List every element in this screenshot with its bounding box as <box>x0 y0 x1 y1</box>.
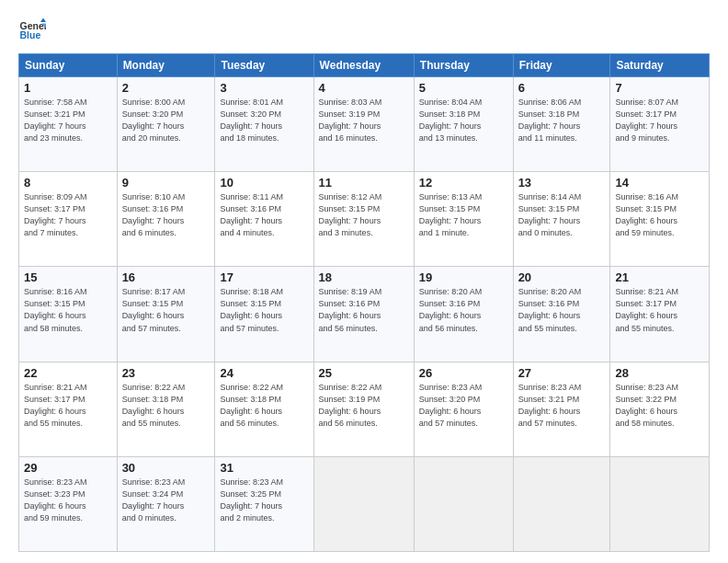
calendar-cell: 4Sunrise: 8:03 AM Sunset: 3:19 PM Daylig… <box>313 77 414 172</box>
calendar-cell: 28Sunrise: 8:23 AM Sunset: 3:22 PM Dayli… <box>610 362 710 456</box>
calendar-cell <box>313 456 414 551</box>
day-info: Sunrise: 8:23 AM Sunset: 3:24 PM Dayligh… <box>122 477 210 524</box>
weekday-header: Thursday <box>414 54 513 77</box>
day-number: 6 <box>518 81 606 95</box>
calendar-cell: 29Sunrise: 8:23 AM Sunset: 3:23 PM Dayli… <box>19 456 118 551</box>
calendar-cell: 1Sunrise: 7:58 AM Sunset: 3:21 PM Daylig… <box>19 77 118 172</box>
calendar-week-row: 1Sunrise: 7:58 AM Sunset: 3:21 PM Daylig… <box>19 77 710 172</box>
day-number: 21 <box>615 270 704 284</box>
calendar-cell: 9Sunrise: 8:10 AM Sunset: 3:16 PM Daylig… <box>117 172 215 267</box>
day-info: Sunrise: 8:20 AM Sunset: 3:16 PM Dayligh… <box>419 286 508 334</box>
day-info: Sunrise: 8:03 AM Sunset: 3:19 PM Dayligh… <box>319 97 409 144</box>
logo: General Blue <box>18 17 46 44</box>
calendar-cell: 13Sunrise: 8:14 AM Sunset: 3:15 PM Dayli… <box>513 172 610 267</box>
calendar-cell: 25Sunrise: 8:22 AM Sunset: 3:19 PM Dayli… <box>313 362 414 456</box>
calendar-cell <box>414 456 513 551</box>
day-number: 2 <box>122 81 210 95</box>
day-info: Sunrise: 8:19 AM Sunset: 3:16 PM Dayligh… <box>319 286 409 334</box>
day-number: 31 <box>220 461 308 475</box>
calendar-cell: 17Sunrise: 8:18 AM Sunset: 3:15 PM Dayli… <box>215 267 313 362</box>
day-info: Sunrise: 8:00 AM Sunset: 3:20 PM Dayligh… <box>122 97 210 144</box>
calendar-cell: 10Sunrise: 8:11 AM Sunset: 3:16 PM Dayli… <box>215 172 313 267</box>
calendar-cell: 26Sunrise: 8:23 AM Sunset: 3:20 PM Dayli… <box>414 362 513 456</box>
calendar-cell: 18Sunrise: 8:19 AM Sunset: 3:16 PM Dayli… <box>313 267 414 362</box>
calendar-header-row: SundayMondayTuesdayWednesdayThursdayFrid… <box>19 54 710 77</box>
day-info: Sunrise: 8:12 AM Sunset: 3:15 PM Dayligh… <box>319 191 409 239</box>
day-number: 9 <box>122 176 210 190</box>
day-info: Sunrise: 8:13 AM Sunset: 3:15 PM Dayligh… <box>419 191 508 239</box>
calendar-week-row: 8Sunrise: 8:09 AM Sunset: 3:17 PM Daylig… <box>19 172 710 267</box>
day-info: Sunrise: 8:23 AM Sunset: 3:22 PM Dayligh… <box>615 382 704 430</box>
day-info: Sunrise: 8:14 AM Sunset: 3:15 PM Dayligh… <box>518 191 606 239</box>
day-number: 19 <box>419 270 508 284</box>
day-number: 29 <box>24 461 112 475</box>
day-info: Sunrise: 8:06 AM Sunset: 3:18 PM Dayligh… <box>518 97 606 144</box>
day-number: 16 <box>122 270 210 284</box>
day-number: 22 <box>24 366 112 380</box>
calendar-cell <box>610 456 710 551</box>
calendar-cell: 20Sunrise: 8:20 AM Sunset: 3:16 PM Dayli… <box>513 267 610 362</box>
day-number: 11 <box>319 176 409 190</box>
day-info: Sunrise: 8:23 AM Sunset: 3:23 PM Dayligh… <box>24 477 112 524</box>
day-number: 26 <box>419 366 508 380</box>
calendar-cell <box>513 456 610 551</box>
day-number: 30 <box>122 461 210 475</box>
calendar-cell: 23Sunrise: 8:22 AM Sunset: 3:18 PM Dayli… <box>117 362 215 456</box>
day-info: Sunrise: 8:04 AM Sunset: 3:18 PM Dayligh… <box>419 97 508 144</box>
weekday-header: Monday <box>117 54 215 77</box>
weekday-header: Tuesday <box>215 54 313 77</box>
day-number: 28 <box>615 366 704 380</box>
header: General Blue <box>18 17 710 44</box>
day-info: Sunrise: 8:01 AM Sunset: 3:20 PM Dayligh… <box>220 97 308 144</box>
day-number: 10 <box>220 176 308 190</box>
weekday-header: Wednesday <box>313 54 414 77</box>
day-info: Sunrise: 8:21 AM Sunset: 3:17 PM Dayligh… <box>24 382 112 430</box>
day-info: Sunrise: 8:10 AM Sunset: 3:16 PM Dayligh… <box>122 191 210 239</box>
calendar-cell: 6Sunrise: 8:06 AM Sunset: 3:18 PM Daylig… <box>513 77 610 172</box>
calendar-cell: 7Sunrise: 8:07 AM Sunset: 3:17 PM Daylig… <box>610 77 710 172</box>
day-number: 1 <box>24 81 112 95</box>
day-number: 27 <box>518 366 606 380</box>
calendar-page: General Blue SundayMondayTuesdayWednesda… <box>0 0 728 563</box>
day-number: 8 <box>24 176 112 190</box>
weekday-header: Friday <box>513 54 610 77</box>
calendar-cell: 27Sunrise: 8:23 AM Sunset: 3:21 PM Dayli… <box>513 362 610 456</box>
day-number: 5 <box>419 81 508 95</box>
day-info: Sunrise: 8:17 AM Sunset: 3:15 PM Dayligh… <box>122 286 210 334</box>
day-info: Sunrise: 8:09 AM Sunset: 3:17 PM Dayligh… <box>24 191 112 239</box>
day-info: Sunrise: 8:16 AM Sunset: 3:15 PM Dayligh… <box>24 286 112 334</box>
weekday-header: Sunday <box>19 54 118 77</box>
day-info: Sunrise: 8:22 AM Sunset: 3:18 PM Dayligh… <box>122 382 210 430</box>
day-number: 12 <box>419 176 508 190</box>
day-info: Sunrise: 8:23 AM Sunset: 3:20 PM Dayligh… <box>419 382 508 430</box>
calendar-cell: 5Sunrise: 8:04 AM Sunset: 3:18 PM Daylig… <box>414 77 513 172</box>
calendar-cell: 19Sunrise: 8:20 AM Sunset: 3:16 PM Dayli… <box>414 267 513 362</box>
calendar-cell: 11Sunrise: 8:12 AM Sunset: 3:15 PM Dayli… <box>313 172 414 267</box>
day-info: Sunrise: 8:11 AM Sunset: 3:16 PM Dayligh… <box>220 191 308 239</box>
day-info: Sunrise: 8:22 AM Sunset: 3:18 PM Dayligh… <box>220 382 308 430</box>
day-info: Sunrise: 7:58 AM Sunset: 3:21 PM Dayligh… <box>24 97 112 144</box>
day-number: 15 <box>24 270 112 284</box>
calendar-cell: 21Sunrise: 8:21 AM Sunset: 3:17 PM Dayli… <box>610 267 710 362</box>
day-number: 24 <box>220 366 308 380</box>
day-number: 17 <box>220 270 308 284</box>
calendar-cell: 24Sunrise: 8:22 AM Sunset: 3:18 PM Dayli… <box>215 362 313 456</box>
day-info: Sunrise: 8:07 AM Sunset: 3:17 PM Dayligh… <box>615 97 704 144</box>
calendar-cell: 12Sunrise: 8:13 AM Sunset: 3:15 PM Dayli… <box>414 172 513 267</box>
calendar-week-row: 15Sunrise: 8:16 AM Sunset: 3:15 PM Dayli… <box>19 267 710 362</box>
day-info: Sunrise: 8:16 AM Sunset: 3:15 PM Dayligh… <box>615 191 704 239</box>
svg-text:Blue: Blue <box>20 29 41 40</box>
day-number: 7 <box>615 81 704 95</box>
day-number: 4 <box>319 81 409 95</box>
day-info: Sunrise: 8:20 AM Sunset: 3:16 PM Dayligh… <box>518 286 606 334</box>
day-info: Sunrise: 8:23 AM Sunset: 3:21 PM Dayligh… <box>518 382 606 430</box>
day-number: 20 <box>518 270 606 284</box>
day-info: Sunrise: 8:23 AM Sunset: 3:25 PM Dayligh… <box>220 477 308 524</box>
day-info: Sunrise: 8:21 AM Sunset: 3:17 PM Dayligh… <box>615 286 704 334</box>
day-number: 13 <box>518 176 606 190</box>
calendar-cell: 14Sunrise: 8:16 AM Sunset: 3:15 PM Dayli… <box>610 172 710 267</box>
day-info: Sunrise: 8:18 AM Sunset: 3:15 PM Dayligh… <box>220 286 308 334</box>
calendar-cell: 3Sunrise: 8:01 AM Sunset: 3:20 PM Daylig… <box>215 77 313 172</box>
day-number: 18 <box>319 270 409 284</box>
calendar-week-row: 22Sunrise: 8:21 AM Sunset: 3:17 PM Dayli… <box>19 362 710 456</box>
